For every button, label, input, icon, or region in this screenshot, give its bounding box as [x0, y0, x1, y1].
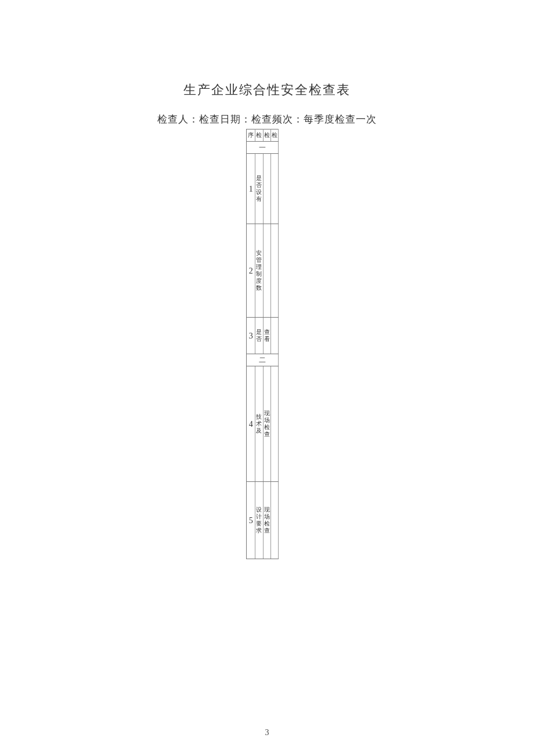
- col-item-header: 检: [255, 129, 263, 142]
- table-row: 3 是否 查看: [247, 318, 279, 354]
- row-3-seq: 3: [247, 318, 255, 354]
- row-3-method: 查看: [263, 318, 270, 354]
- section-two-label: 二: [247, 354, 279, 366]
- row-1-result: [270, 154, 278, 224]
- col-result-header: 检: [270, 129, 278, 142]
- col-method-header: 检: [263, 129, 270, 142]
- section-row-2: 二: [247, 354, 279, 366]
- document-page: 生产企业综合性安全检查表 检查人：检查日期：检查频次：每季度检查一次 序 检 检…: [0, 0, 534, 756]
- row-5-result: [270, 482, 278, 559]
- row-4-item: 技术及: [255, 366, 263, 482]
- row-4-result: [270, 366, 278, 482]
- section-one-label: 一: [247, 142, 279, 154]
- row-5-item: 设计要求: [255, 482, 263, 559]
- row-2-method: [263, 224, 270, 318]
- row-4-seq: 4: [247, 366, 255, 482]
- section-row-1: 一: [247, 142, 279, 154]
- page-title: 生产企业综合性安全检查表: [0, 81, 534, 99]
- row-1-seq: 1: [247, 154, 255, 224]
- row-2-item: 安管理制度数: [255, 224, 263, 318]
- checklist-table: 序 检 检 检 一 1 是否设有 2 安管理制度数 3: [246, 129, 279, 559]
- table-header-row: 序 检 检 检: [247, 129, 279, 142]
- table-row: 2 安管理制度数: [247, 224, 279, 318]
- checklist-table-wrap: 序 检 检 检 一 1 是否设有 2 安管理制度数 3: [246, 129, 279, 559]
- table-row: 1 是否设有: [247, 154, 279, 224]
- row-1-method: [263, 154, 270, 224]
- col-seq-header: 序: [247, 129, 255, 142]
- table-row: 4 技术及 现场检查: [247, 366, 279, 482]
- row-2-seq: 2: [247, 224, 255, 318]
- row-3-result: [270, 318, 278, 354]
- row-4-method: 现场检查: [263, 366, 270, 482]
- row-2-result: [270, 224, 278, 318]
- row-3-item: 是否: [255, 318, 263, 354]
- page-subtitle: 检查人：检查日期：检查频次：每季度检查一次: [0, 113, 534, 126]
- table-row: 5 设计要求 现场检查: [247, 482, 279, 559]
- page-number: 3: [0, 728, 534, 737]
- row-5-seq: 5: [247, 482, 255, 559]
- row-1-item: 是否设有: [255, 154, 263, 224]
- row-5-method: 现场检查: [263, 482, 270, 559]
